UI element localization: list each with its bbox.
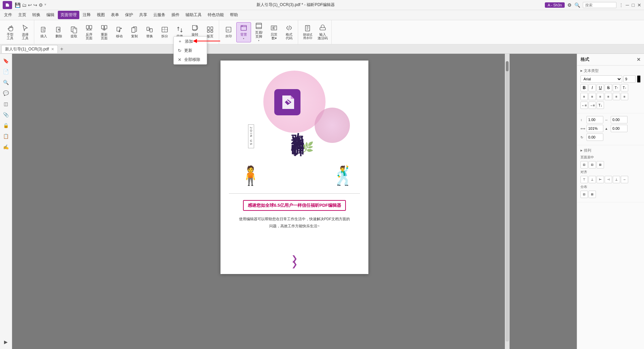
superscript-button[interactable]: T↑: [613, 84, 620, 91]
text-size-dec-button[interactable]: T↓: [597, 102, 604, 109]
align-middle-button[interactable]: ⊥: [589, 176, 596, 183]
font-size-input[interactable]: [623, 75, 636, 83]
dist-h-button[interactable]: ⊟: [580, 191, 588, 198]
scale-input[interactable]: [587, 125, 603, 132]
move-button[interactable]: 移动: [112, 22, 127, 42]
tab-close-icon[interactable]: ✕: [51, 47, 54, 51]
menu-page-manage[interactable]: 页面管理: [58, 11, 79, 19]
menu-plugin[interactable]: 插件: [169, 11, 182, 19]
fit-button[interactable]: ⊞: [597, 161, 604, 168]
split-icon: [161, 26, 168, 33]
menu-home[interactable]: 主页: [15, 11, 29, 19]
align-center-button[interactable]: ≡: [589, 93, 596, 100]
angle-input[interactable]: [587, 133, 603, 141]
insert-button[interactable]: 插入: [36, 22, 51, 42]
sidebar-comment-icon[interactable]: 💬: [1, 88, 11, 98]
italic-button[interactable]: I: [589, 84, 596, 91]
subscript-button[interactable]: T↓: [621, 84, 628, 91]
menu-share[interactable]: 共享: [136, 11, 150, 19]
extract-button[interactable]: 提取: [67, 22, 81, 42]
menu-convert[interactable]: 转换: [30, 11, 43, 19]
reorder-button[interactable]: 重新页面: [97, 22, 112, 42]
left-sidebar: 🔖 📄 🔍 💬 ◫ 📎 🔒 📋 ✍ ▶: [0, 54, 12, 349]
dist-v-button[interactable]: ⊞: [589, 191, 596, 198]
menu-annotate[interactable]: 注释: [80, 11, 93, 19]
bold-button[interactable]: B: [580, 84, 588, 91]
svg-rect-5: [89, 25, 92, 29]
align-right2-button[interactable]: ↔: [621, 176, 628, 183]
sidebar-page-icon[interactable]: 📄: [1, 67, 11, 77]
vertical-scrollbar[interactable]: [505, 54, 510, 349]
activation-button[interactable]: 输入激活码: [315, 22, 330, 42]
window-title: 新人引导(1)_OCR(3).pdf * - 福昕PDF编辑器: [46, 2, 545, 8]
svg-rect-4: [86, 25, 89, 29]
char-spacing-input[interactable]: [611, 116, 628, 123]
dropdown-remove-all-item[interactable]: ✕ 全部移除: [174, 55, 207, 64]
menu-view[interactable]: 视图: [94, 11, 108, 19]
select-tool-button[interactable]: 选择工具: [18, 22, 33, 42]
menu-features[interactable]: 特色功能: [205, 11, 227, 19]
replace-button[interactable]: 替换: [142, 22, 157, 42]
menu-file[interactable]: 文件: [1, 11, 15, 19]
align-center2-button[interactable]: ⊥: [613, 176, 620, 183]
align-left-button[interactable]: ≡: [580, 93, 588, 100]
tab-pdf[interactable]: 新人引导(1)_OCR(3).pdf ✕: [1, 45, 58, 53]
font-name-select[interactable]: Arial Times New Roman: [580, 75, 622, 83]
sidebar-layer-icon[interactable]: ◫: [1, 99, 11, 109]
align-justify-button[interactable]: ≡: [605, 93, 612, 100]
menu-protect[interactable]: 保护: [122, 11, 136, 19]
search-input[interactable]: [583, 2, 616, 8]
minimize-button[interactable]: ─: [626, 2, 629, 8]
font-color-box[interactable]: [637, 75, 641, 83]
maximize-button[interactable]: □: [632, 2, 635, 8]
header-footer-button[interactable]: 页眉/页脚 ▾: [251, 22, 266, 42]
underline-button[interactable]: U: [597, 84, 604, 91]
dropdown-refresh-item[interactable]: ↻ 更新: [174, 46, 207, 55]
menu-tools[interactable]: 辅助工具: [183, 11, 204, 19]
sidebar-form-icon[interactable]: 📋: [1, 131, 11, 141]
strikethrough-button[interactable]: S: [605, 84, 612, 91]
panel-close-icon[interactable]: ✕: [637, 57, 641, 62]
scrollbar-track[interactable]: [506, 61, 509, 342]
indent-increase-button[interactable]: →≡: [589, 102, 596, 109]
menu-edit[interactable]: 编辑: [44, 11, 57, 19]
tab-add-button[interactable]: +: [58, 46, 65, 52]
center-h-button[interactable]: ⊟: [580, 161, 588, 168]
logo-icon: [5, 2, 10, 8]
recognize-button[interactable]: 朗读试用水印: [300, 22, 315, 42]
delete-button[interactable]: 删除: [51, 22, 66, 42]
menu-help[interactable]: 帮助: [227, 11, 241, 19]
menu-cloud[interactable]: 云服务: [151, 11, 168, 19]
hand-tool-button[interactable]: 手型工具: [3, 22, 17, 42]
menu-form[interactable]: 表单: [108, 11, 122, 19]
align-top-button[interactable]: ⊤: [580, 176, 588, 183]
sidebar-expand-icon[interactable]: ▶: [1, 337, 11, 347]
align-right-button[interactable]: ≡: [597, 93, 604, 100]
background-button[interactable]: 背景 ▾: [236, 22, 251, 42]
offset-input[interactable]: [611, 125, 628, 132]
close-button[interactable]: ✕: [637, 2, 641, 8]
search-icon[interactable]: 🔍: [574, 2, 580, 8]
line-spacing-input[interactable]: [587, 116, 603, 123]
copy-button[interactable]: 复制: [127, 22, 142, 42]
expand-icon[interactable]: ⋮: [619, 3, 623, 7]
sidebar-signature-icon[interactable]: ✍: [1, 142, 11, 152]
settings-icon[interactable]: ⚙: [567, 2, 572, 8]
align-justify2-button[interactable]: ≡: [613, 93, 620, 100]
align-bottom-button[interactable]: ⊢: [597, 176, 604, 183]
sidebar-search-icon[interactable]: 🔍: [1, 77, 11, 87]
distribute-row: ⊟ ⊞: [580, 191, 641, 198]
center-v-button[interactable]: ⊟: [589, 161, 596, 168]
sidebar-attach-icon[interactable]: 📎: [1, 110, 11, 120]
sidebar-bookmark-icon[interactable]: 🔖: [1, 56, 11, 66]
indent-decrease-button[interactable]: ←≡: [580, 102, 588, 109]
watermark-button[interactable]: W 水印: [221, 22, 236, 42]
align-justify3-button[interactable]: ≡: [621, 93, 628, 100]
reverse-button[interactable]: 反序页面: [82, 22, 96, 42]
bates-button[interactable]: 贝茨数▾: [267, 22, 281, 42]
format-code-button[interactable]: 格式代码: [282, 22, 296, 42]
align-left2-button[interactable]: ⊣: [605, 176, 612, 183]
scrollbar-thumb[interactable]: [506, 61, 509, 71]
sidebar-security-icon[interactable]: 🔒: [1, 120, 11, 130]
split-button[interactable]: 拆分: [157, 22, 172, 42]
